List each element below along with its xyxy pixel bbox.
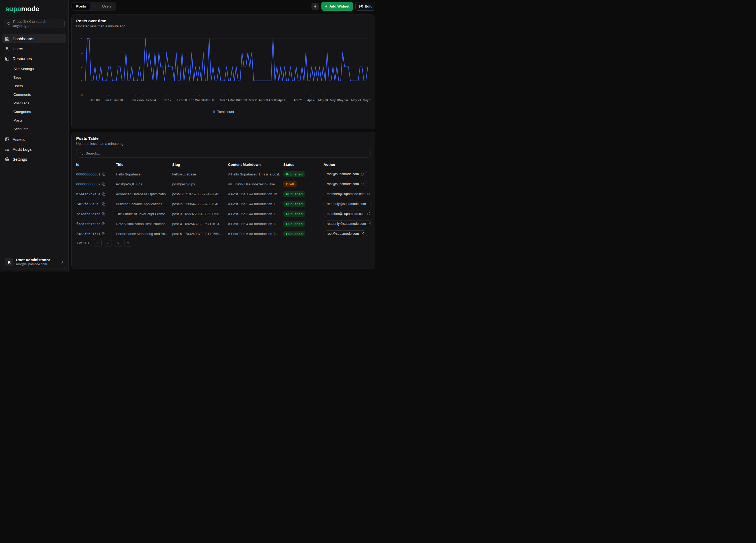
copy-icon[interactable] <box>102 232 105 236</box>
first-page-button[interactable]: « <box>94 239 102 247</box>
column-header-title[interactable]: Title <box>116 163 172 167</box>
column-header-author[interactable]: Author <box>324 163 370 167</box>
table-row[interactable]: 2405fe36e3a5 Building Scalable Applicati… <box>76 199 370 209</box>
svg-text:Mar 23: Mar 23 <box>237 98 247 102</box>
copy-icon[interactable] <box>102 192 105 196</box>
column-header-id[interactable]: Id <box>76 163 116 167</box>
table-row[interactable]: 000000000002 PostgreSQL Tips postgresql-… <box>76 179 370 189</box>
global-search-input[interactable]: Press ⌘+K to search anything... <box>4 19 65 28</box>
table-row[interactable]: 7e1edbd5d1bd The Future of JavaScript Fr… <box>76 209 370 219</box>
user-meta: Root Administrator root@supamode.com <box>16 258 57 267</box>
dashboard-content: Posts over time Updated less than a minu… <box>69 13 378 271</box>
svg-text:Mar 29: Mar 29 <box>249 98 259 102</box>
author-link[interactable]: readonly@supamode.com <box>324 201 370 207</box>
last-page-button[interactable]: » <box>124 239 132 247</box>
tab-posts[interactable]: Posts <box>72 3 90 10</box>
next-page-button[interactable]: › <box>114 239 122 247</box>
copy-icon[interactable] <box>102 212 105 216</box>
post-content-markdown: # Post Title 5 ## Introduction T... <box>228 232 278 236</box>
copy-icon[interactable] <box>102 182 105 186</box>
table-row[interactable]: f3cd75b1505a Data Visualization Best Pra… <box>76 219 370 229</box>
svg-text:Feb 20: Feb 20 <box>177 98 187 102</box>
avatar: R <box>5 258 13 266</box>
table-row[interactable]: 248c3b621571 Performance Monitoring and … <box>76 229 370 236</box>
sidebar-subitem-site-settings[interactable]: Site Settings <box>11 64 66 73</box>
column-header-status[interactable]: Status <box>283 163 324 167</box>
add-tab-button[interactable]: + <box>311 3 319 10</box>
svg-text:Jan 18: Jan 18 <box>113 98 123 102</box>
pencil-square-icon <box>359 5 363 8</box>
sidebar-subitem-comments[interactable]: Comments <box>11 90 66 99</box>
svg-text:2: 2 <box>81 65 83 68</box>
sidebar: supamode Press ⌘+K to search anything...… <box>0 0 69 271</box>
search-icon <box>7 22 11 25</box>
copy-icon[interactable] <box>102 173 105 176</box>
author-link[interactable]: root@supamode.com <box>324 181 367 187</box>
author-link[interactable]: member@supamode.com <box>324 211 370 217</box>
sidebar-subitem-accounts[interactable]: Accounts <box>11 124 66 133</box>
table-search-input[interactable] <box>86 151 367 155</box>
table-title: Posts Table <box>76 136 370 141</box>
logo-mode: mode <box>21 5 39 13</box>
sidebar-item-users[interactable]: Users <box>2 44 66 53</box>
dashboard-tabs: Posts ⋯ Users <box>71 2 116 11</box>
status-badge: Draft <box>283 181 297 187</box>
page-indicator: 1 of 201 <box>76 241 89 245</box>
sidebar-item-audit-logs[interactable]: Audit Logs <box>2 145 66 154</box>
column-header-content[interactable]: Content Markdown <box>228 163 283 167</box>
image-icon <box>5 137 9 142</box>
post-id: 2405fe36e3a5 <box>76 202 100 206</box>
edit-button[interactable]: Edit <box>355 2 376 11</box>
sidebar-item-dashboards[interactable]: Dashboards <box>2 34 66 43</box>
sidebar-subitem-categories[interactable]: Categories <box>11 107 66 116</box>
author-link[interactable]: root@supamode.com <box>324 230 367 236</box>
svg-text:May 21: May 21 <box>351 98 361 102</box>
posts-over-time-widget: Posts over time Updated less than a minu… <box>71 14 375 129</box>
dashboard-grid-icon <box>5 36 9 41</box>
author-link[interactable]: member@supamode.com <box>324 191 370 197</box>
column-header-slug[interactable]: Slug <box>172 163 228 167</box>
sidebar-item-label: Dashboards <box>13 36 34 41</box>
table-header-row: Id Title Slug Content Markdown Status Au… <box>76 160 370 169</box>
author-link[interactable]: root@supamode.com <box>324 171 367 177</box>
sidebar-item-assets[interactable]: Assets <box>2 135 66 144</box>
gear-icon <box>5 157 9 162</box>
sidebar-subitem-tags[interactable]: Tags <box>11 73 66 82</box>
post-title: Building Scalable Applications ... <box>116 202 166 206</box>
author-email: root@supamode.com <box>327 172 359 176</box>
sidebar-subitem-posts[interactable]: Posts <box>11 116 66 124</box>
sidebar-subitem-users[interactable]: Users <box>11 82 66 90</box>
status-badge: Published <box>283 231 305 236</box>
table-row[interactable]: 000000000001 Hello Supabase hello-supaba… <box>76 169 370 179</box>
svg-text:0: 0 <box>81 93 83 97</box>
sidebar-item-settings[interactable]: Settings <box>2 155 66 164</box>
copy-icon[interactable] <box>102 222 105 226</box>
author-link[interactable]: readonly@supamode.com <box>324 221 370 227</box>
sidebar-item-resources[interactable]: Resources <box>2 54 66 63</box>
table-updated-status: Updated less than a minute ago <box>76 142 370 146</box>
app-root: supamode Press ⌘+K to search anything...… <box>0 0 378 271</box>
table-row[interactable]: b3e41b2b7a34 Advanced Database Optimizat… <box>76 189 370 199</box>
post-content-markdown: ## Tips\n- Use indexes\n- Use ... <box>228 182 279 186</box>
tabs-overflow-button[interactable]: ⋯ <box>91 3 98 10</box>
global-search-placeholder: Press ⌘+K to search anything... <box>13 20 61 28</box>
svg-text:Apr 03: Apr 03 <box>259 98 268 102</box>
sidebar-nav: Dashboards Users Resources Site Settings… <box>2 34 66 164</box>
sidebar-subitem-post-tags[interactable]: Post Tags <box>11 99 66 107</box>
legend-label: Total count <box>217 110 234 114</box>
table-pagination: 1 of 201 «‹›» <box>76 239 370 247</box>
main-area: Posts ⋯ Users + + Add Widget Edit Posts … <box>69 0 378 271</box>
author-email: root@supamode.com <box>327 232 359 236</box>
previous-page-button[interactable]: ‹ <box>104 239 112 247</box>
table-rows: 000000000001 Hello Supabase hello-supaba… <box>76 169 370 236</box>
chevrons-up-down-icon <box>60 260 64 264</box>
copy-icon[interactable] <box>102 202 105 206</box>
tab-users[interactable]: Users <box>98 3 116 10</box>
add-widget-button[interactable]: + Add Widget <box>321 2 353 11</box>
account-menu-trigger[interactable]: R Root Administrator root@supamode.com <box>2 256 66 269</box>
svg-text:Apr 21: Apr 21 <box>293 98 303 102</box>
post-id: 7e1edbd5d1bd <box>76 212 100 216</box>
search-icon <box>79 151 83 155</box>
post-slug: postgresql-tips <box>172 182 195 186</box>
author-email: readonly@supamode.com <box>327 202 366 206</box>
